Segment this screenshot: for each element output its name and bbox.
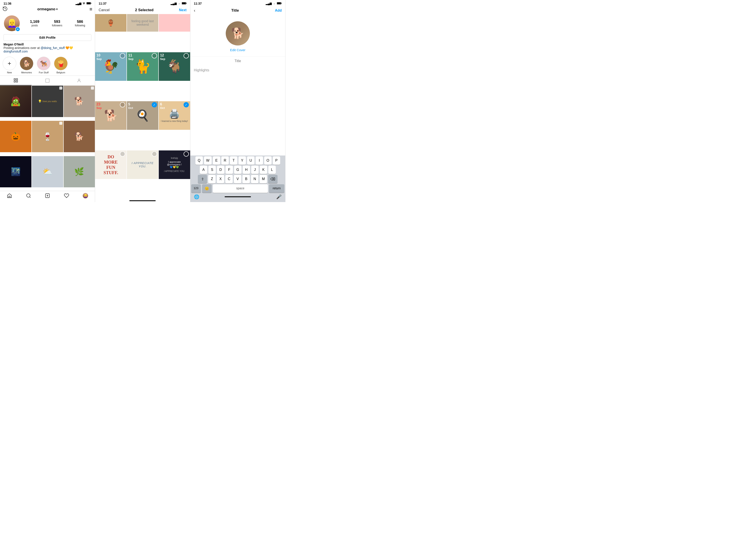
key-b[interactable]: B bbox=[242, 175, 250, 183]
key-y[interactable]: Y bbox=[238, 156, 246, 165]
key-a[interactable]: A bbox=[200, 166, 207, 174]
selected-count-label: 2 Selected bbox=[135, 8, 153, 12]
key-shift[interactable]: ⇧ bbox=[198, 175, 207, 183]
story-cell-oct5[interactable]: 🍳 5 Oct ✓ bbox=[127, 101, 158, 130]
tab-tagged[interactable] bbox=[63, 76, 95, 85]
story-cell-top2[interactable]: feeling good last weekend bbox=[127, 14, 158, 32]
key-u[interactable]: U bbox=[247, 156, 255, 165]
microphone-icon[interactable]: 🎤 bbox=[276, 194, 282, 199]
grid-cell-3[interactable]: 🐕 bbox=[64, 86, 95, 117]
select-circle-sep23[interactable] bbox=[120, 102, 125, 107]
key-s[interactable]: S bbox=[208, 166, 216, 174]
select-circle-oct6[interactable]: ✓ bbox=[183, 102, 189, 107]
menu-icon[interactable]: ≡ bbox=[89, 7, 92, 12]
key-123[interactable]: 123 bbox=[191, 184, 201, 193]
story-cell-top3[interactable] bbox=[159, 14, 190, 32]
key-r[interactable]: R bbox=[221, 156, 229, 165]
nav-search[interactable] bbox=[19, 193, 38, 199]
story-cell-sep12[interactable]: 🐐 12 Sep bbox=[159, 52, 190, 81]
key-backspace[interactable]: ⌫ bbox=[268, 175, 278, 183]
date-badge-sep12: 12 Sep bbox=[160, 53, 165, 61]
key-n[interactable]: N bbox=[251, 175, 258, 183]
key-q[interactable]: Q bbox=[196, 156, 203, 165]
grid-overlay-icon bbox=[59, 87, 62, 90]
key-z[interactable]: Z bbox=[208, 175, 216, 183]
story-cell-sep11[interactable]: 🐈 11 Sep bbox=[127, 52, 158, 81]
highlight-add-button[interactable]: + bbox=[3, 57, 16, 70]
bio-mention[interactable]: @doing_fun_stuff bbox=[40, 46, 65, 50]
key-d[interactable]: D bbox=[217, 166, 225, 174]
key-k[interactable]: K bbox=[260, 166, 267, 174]
nav-add[interactable] bbox=[38, 193, 57, 199]
key-c[interactable]: C bbox=[225, 175, 233, 183]
grid-cell-8[interactable]: ⛅ bbox=[32, 156, 63, 187]
key-return[interactable]: return bbox=[269, 184, 284, 193]
key-l[interactable]: L bbox=[268, 166, 276, 174]
highlight-belgium[interactable]: 🍟 Belgium bbox=[54, 57, 68, 74]
grid-cell-9[interactable]: 🌿 bbox=[64, 156, 95, 187]
key-g[interactable]: G bbox=[234, 166, 242, 174]
battery-icon-1 bbox=[87, 2, 91, 5]
grid-cell-6[interactable]: 🐕 bbox=[64, 121, 95, 152]
key-o[interactable]: O bbox=[264, 156, 272, 165]
grid-cell-1[interactable]: 🧟 bbox=[0, 86, 31, 117]
tab-grid[interactable] bbox=[0, 76, 32, 85]
story-cell-oct6[interactable]: 🖨️I learned a new thing today! 6 Oct ✓ bbox=[159, 101, 190, 130]
grid-cell-7[interactable]: 🌃 bbox=[0, 156, 31, 187]
select-circle-sep12[interactable] bbox=[183, 53, 189, 58]
story-cell-text3[interactable]: leahpjg I appreciate@ormegano !💙💛💚 I APP… bbox=[159, 151, 190, 179]
highlight-new[interactable]: + New bbox=[3, 57, 16, 74]
story-cell-top1[interactable]: 🏺 bbox=[95, 14, 126, 32]
grid-cell-4[interactable]: 🎃 bbox=[0, 121, 31, 152]
bio-link[interactable]: doingfunstuff.com bbox=[4, 50, 91, 53]
nav-profile[interactable]: 👱‍♀️ bbox=[76, 193, 95, 199]
key-w[interactable]: W bbox=[204, 156, 212, 165]
key-j[interactable]: J bbox=[251, 166, 259, 174]
edit-cover-button[interactable]: Edit Cover bbox=[230, 48, 246, 52]
title-input[interactable] bbox=[194, 59, 282, 63]
select-circle-text1[interactable] bbox=[120, 151, 125, 156]
story-cell-sep23[interactable]: 🐕 23 Sep bbox=[95, 101, 126, 130]
username-label[interactable]: ormegano ▾ bbox=[37, 7, 58, 12]
highlight-memories[interactable]: 🐕 Memories bbox=[20, 57, 33, 74]
new-highlight-topbar: ‹ Title Add bbox=[190, 6, 285, 15]
select-circle-oct5[interactable]: ✓ bbox=[152, 102, 157, 107]
keyboard-row-3: ⇧ Z X C V B N M ⌫ bbox=[190, 174, 285, 184]
key-h[interactable]: H bbox=[243, 166, 250, 174]
back-button[interactable]: ‹ bbox=[194, 8, 196, 13]
select-circle-sep11[interactable] bbox=[152, 53, 157, 58]
key-m[interactable]: M bbox=[259, 175, 267, 183]
nav-heart[interactable] bbox=[57, 193, 76, 199]
add-story-button[interactable]: + bbox=[15, 27, 20, 32]
edit-profile-button[interactable]: Edit Profile bbox=[4, 34, 91, 41]
key-v[interactable]: V bbox=[234, 175, 241, 183]
key-space[interactable]: space bbox=[213, 184, 268, 193]
story-cell-text1[interactable]: DOMOREFUNSTUFF. bbox=[95, 151, 126, 179]
add-button[interactable]: Add bbox=[275, 9, 282, 13]
select-circle-text2[interactable] bbox=[152, 151, 157, 156]
key-p[interactable]: P bbox=[273, 156, 280, 165]
tab-single[interactable] bbox=[32, 76, 63, 85]
story-cell-text2[interactable]: I APPRECIATE YOU. bbox=[127, 151, 158, 179]
cancel-button[interactable]: Cancel bbox=[98, 8, 110, 12]
key-e[interactable]: E bbox=[213, 156, 220, 165]
battery-icon-3 bbox=[277, 2, 282, 5]
story-cell-sep10[interactable]: 🐓 10 Sep bbox=[95, 52, 126, 81]
select-circle-sep10[interactable] bbox=[120, 53, 125, 58]
grid-cell-5[interactable]: 🍷 bbox=[32, 121, 63, 152]
following-stat[interactable]: 586 following bbox=[75, 19, 85, 27]
followers-stat[interactable]: 593 followers bbox=[52, 19, 62, 27]
key-f[interactable]: F bbox=[226, 166, 233, 174]
nav-home[interactable] bbox=[0, 193, 19, 199]
key-emoji[interactable]: 😊 bbox=[202, 184, 212, 193]
key-i[interactable]: I bbox=[256, 156, 263, 165]
key-t[interactable]: T bbox=[230, 156, 237, 165]
highlight-funstuff[interactable]: 🐕‍🦺 Fun Stuff bbox=[37, 57, 50, 74]
next-button[interactable]: Next bbox=[179, 8, 187, 12]
select-circle-text3[interactable] bbox=[183, 151, 189, 156]
grid-cell-2[interactable]: 💡I love you watts bbox=[32, 86, 63, 117]
grid-overlay-icon-3 bbox=[59, 122, 62, 125]
history-icon[interactable] bbox=[3, 6, 8, 12]
globe-icon[interactable]: 🌐 bbox=[194, 194, 200, 199]
key-x[interactable]: X bbox=[217, 175, 224, 183]
